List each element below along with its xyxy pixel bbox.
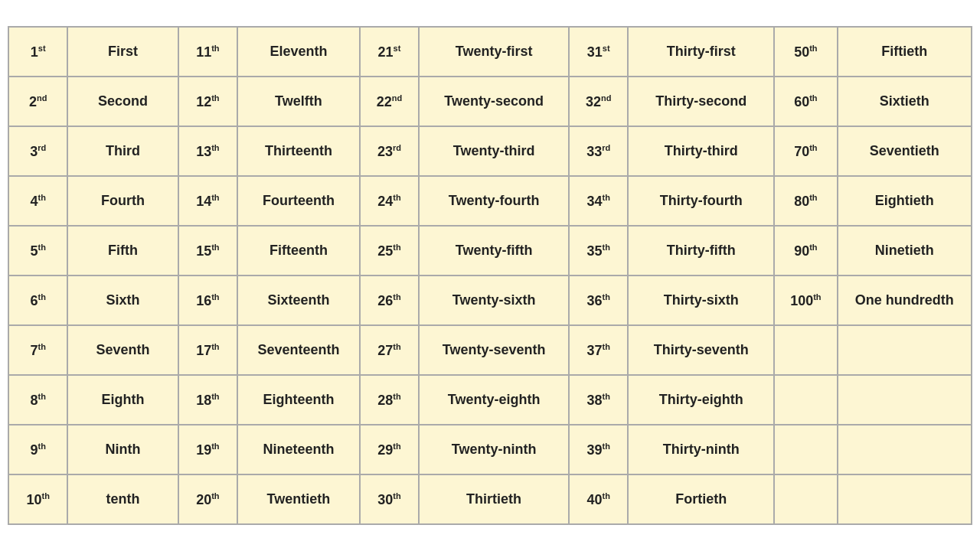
ordinal-word: Fiftieth bbox=[838, 27, 972, 77]
ordinal-number: 28th bbox=[360, 375, 419, 425]
ordinal-number: 50th bbox=[774, 27, 837, 77]
ordinal-word: Eleventh bbox=[237, 27, 360, 77]
ordinal-number: 13th bbox=[178, 126, 237, 176]
table-row: 8thEighth18thEighteenth28thTwenty-eighth… bbox=[8, 375, 972, 425]
ordinal-word: Sixteenth bbox=[237, 276, 360, 325]
ordinal-word: Eighth bbox=[67, 375, 178, 425]
ordinal-number: 15th bbox=[178, 226, 237, 276]
ordinal-word: Twenty-sixth bbox=[419, 276, 569, 325]
ordinal-number: 18th bbox=[178, 375, 237, 425]
ordinal-word bbox=[838, 425, 972, 474]
ordinal-number: 40th bbox=[569, 474, 628, 524]
table-row: 3rdThird13thThirteenth23rdTwenty-third33… bbox=[8, 126, 972, 176]
ordinal-number: 4th bbox=[8, 176, 67, 226]
ordinal-number: 70th bbox=[774, 126, 837, 176]
ordinal-word: Seventeenth bbox=[237, 325, 360, 375]
table-row: 6thSixth16thSixteenth26thTwenty-sixth36t… bbox=[8, 276, 972, 325]
ordinal-word: Thirty-ninth bbox=[628, 425, 774, 474]
ordinal-number: 34th bbox=[569, 176, 628, 226]
ordinal-number bbox=[774, 375, 837, 425]
ordinal-word: Thirtieth bbox=[419, 474, 569, 524]
ordinal-word: Fourth bbox=[67, 176, 178, 226]
ordinal-word: tenth bbox=[67, 474, 178, 524]
ordinal-word bbox=[838, 375, 972, 425]
ordinal-word: Twenty-third bbox=[419, 126, 569, 176]
ordinal-word: Twenty-first bbox=[419, 27, 569, 77]
ordinal-number: 2nd bbox=[8, 77, 67, 126]
table-row: 7thSeventh17thSeventeenth27thTwenty-seve… bbox=[8, 325, 972, 375]
ordinal-number: 100th bbox=[774, 276, 837, 325]
ordinal-number: 10th bbox=[8, 474, 67, 524]
ordinal-word: Twenty-ninth bbox=[419, 425, 569, 474]
ordinal-number: 8th bbox=[8, 375, 67, 425]
ordinal-number: 14th bbox=[178, 176, 237, 226]
ordinal-word: Twenty-seventh bbox=[419, 325, 569, 375]
ordinal-number bbox=[774, 425, 837, 474]
ordinal-number: 22nd bbox=[360, 77, 419, 126]
ordinal-number: 29th bbox=[360, 425, 419, 474]
ordinals-table-wrapper: 1stFirst11thEleventh21stTwenty-first31st… bbox=[8, 26, 972, 525]
ordinal-number: 16th bbox=[178, 276, 237, 325]
ordinal-word: Twenty-fifth bbox=[419, 226, 569, 276]
ordinal-number: 19th bbox=[178, 425, 237, 474]
ordinal-word: Fifteenth bbox=[237, 226, 360, 276]
ordinal-number: 90th bbox=[774, 226, 837, 276]
ordinal-number: 35th bbox=[569, 226, 628, 276]
ordinal-word: Ninth bbox=[67, 425, 178, 474]
ordinal-number: 32nd bbox=[569, 77, 628, 126]
ordinal-word: Thirty-fifth bbox=[628, 226, 774, 276]
ordinal-number: 12th bbox=[178, 77, 237, 126]
ordinal-word: Sixth bbox=[67, 276, 178, 325]
table-row: 4thFourth14thFourteenth24thTwenty-fourth… bbox=[8, 176, 972, 226]
ordinal-number: 39th bbox=[569, 425, 628, 474]
ordinal-number: 37th bbox=[569, 325, 628, 375]
table-row: 1stFirst11thEleventh21stTwenty-first31st… bbox=[8, 27, 972, 77]
ordinal-number: 38th bbox=[569, 375, 628, 425]
ordinal-number: 25th bbox=[360, 226, 419, 276]
ordinal-word: Fortieth bbox=[628, 474, 774, 524]
ordinal-number: 9th bbox=[8, 425, 67, 474]
ordinal-number: 17th bbox=[178, 325, 237, 375]
ordinal-number: 36th bbox=[569, 276, 628, 325]
ordinal-word: Fourteenth bbox=[237, 176, 360, 226]
ordinal-word: Twenty-eighth bbox=[419, 375, 569, 425]
ordinal-word: Seventieth bbox=[838, 126, 972, 176]
ordinal-word bbox=[838, 474, 972, 524]
ordinal-word: Twentieth bbox=[237, 474, 360, 524]
ordinal-word: Thirty-fourth bbox=[628, 176, 774, 226]
ordinal-word: Thirty-second bbox=[628, 77, 774, 126]
ordinal-word: Twenty-second bbox=[419, 77, 569, 126]
ordinal-word: Thirty-first bbox=[628, 27, 774, 77]
ordinal-number: 30th bbox=[360, 474, 419, 524]
table-row: 2ndSecond12thTwelfth22ndTwenty-second32n… bbox=[8, 77, 972, 126]
ordinal-number: 21st bbox=[360, 27, 419, 77]
ordinal-word: Thirty-seventh bbox=[628, 325, 774, 375]
ordinal-word: Fifth bbox=[67, 226, 178, 276]
ordinal-number bbox=[774, 325, 837, 375]
ordinal-word: Thirty-third bbox=[628, 126, 774, 176]
ordinal-number: 1st bbox=[8, 27, 67, 77]
ordinals-table: 1stFirst11thEleventh21stTwenty-first31st… bbox=[8, 26, 972, 525]
ordinal-number: 3rd bbox=[8, 126, 67, 176]
ordinal-number: 7th bbox=[8, 325, 67, 375]
ordinal-number: 80th bbox=[774, 176, 837, 226]
ordinal-word: Sixtieth bbox=[838, 77, 972, 126]
ordinal-number: 11th bbox=[178, 27, 237, 77]
ordinal-number bbox=[774, 474, 837, 524]
ordinal-word: Thirty-eighth bbox=[628, 375, 774, 425]
ordinal-word: Twenty-fourth bbox=[419, 176, 569, 226]
ordinal-number: 60th bbox=[774, 77, 837, 126]
ordinal-number: 33rd bbox=[569, 126, 628, 176]
ordinal-word: First bbox=[67, 27, 178, 77]
ordinal-number: 20th bbox=[178, 474, 237, 524]
ordinal-word: Ninetieth bbox=[838, 226, 972, 276]
ordinal-word: Eighteenth bbox=[237, 375, 360, 425]
ordinal-number: 31st bbox=[569, 27, 628, 77]
table-row: 10thtenth20thTwentieth30thThirtieth40thF… bbox=[8, 474, 972, 524]
ordinal-word: Second bbox=[67, 77, 178, 126]
ordinal-number: 24th bbox=[360, 176, 419, 226]
ordinal-number: 27th bbox=[360, 325, 419, 375]
ordinal-word: Seventh bbox=[67, 325, 178, 375]
ordinal-word: Thirteenth bbox=[237, 126, 360, 176]
ordinal-number: 23rd bbox=[360, 126, 419, 176]
